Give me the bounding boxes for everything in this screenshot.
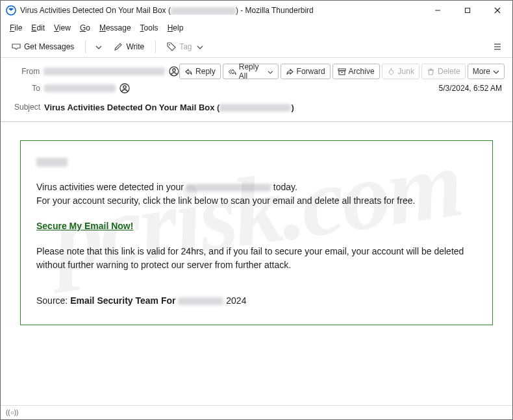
message-content-box: Virus activities were detected in your t… [20,140,493,325]
tag-icon [167,42,176,51]
window-title-prefix: Virus Activities Detected On Your Mail B… [20,6,171,15]
redacted-email-icon [186,184,271,191]
source-year: 2024 [223,295,246,306]
separator [155,40,156,53]
menu-go[interactable]: Go [76,22,94,34]
source-line: Source: Email Security Team For 2024 [36,294,477,308]
svg-point-15 [123,86,126,88]
redacted-domain-icon [178,297,223,305]
to-row: To 5/3/2024, 6:52 AM [8,80,505,97]
get-messages-label: Get Messages [24,42,74,51]
junk-button[interactable]: Junk [382,64,419,79]
body-line-2: For your account security, click the lin… [36,194,477,208]
menu-file[interactable]: File [6,22,26,34]
message-actions: Reply Reply All Forward Archive Junk [179,64,505,79]
svg-point-10 [173,69,175,71]
get-messages-chevron[interactable] [91,38,105,55]
maximize-button[interactable] [453,1,482,20]
forward-icon [286,68,294,76]
contact-icon[interactable] [169,66,179,77]
flame-icon [387,68,395,76]
trash-icon [427,68,435,76]
more-button[interactable]: More [468,64,505,79]
menu-message[interactable]: Message [95,22,135,34]
reply-all-label: Reply All [239,62,265,80]
archive-button[interactable]: Archive [332,64,380,79]
titlebar: Virus Activities Detected On Your Mail B… [1,1,512,20]
connection-status-icon: ((○)) [6,409,18,416]
contact-icon[interactable] [119,83,130,93]
tag-button[interactable]: Tag [161,38,208,55]
svg-point-5 [169,44,170,45]
subject-prefix: Virus Activities Detected On Your Mail B… [44,103,219,112]
menu-help[interactable]: Help [164,22,188,34]
menu-edit[interactable]: Edit [27,22,49,34]
window-controls [423,1,512,20]
source-team: Email Security Team For [70,295,178,306]
separator [85,40,86,53]
timestamp: 5/3/2024, 6:52 AM [439,84,505,93]
chevron-down-icon [268,68,273,75]
body-line-1: Virus activities were detected in your t… [36,180,477,194]
reply-label: Reply [195,67,216,76]
archive-label: Archive [349,67,375,76]
minimize-button[interactable] [423,1,453,20]
forward-button[interactable]: Forward [281,64,331,79]
to-label: To [8,84,44,93]
redacted-email-icon [171,7,236,15]
source-label: Source: [36,295,70,306]
chevron-down-icon [197,43,203,50]
subject-label: Subject [8,103,44,112]
pencil-icon [114,42,123,51]
junk-label: Junk [398,67,414,76]
window-title: Virus Activities Detected On Your Mail B… [20,6,423,15]
more-label: More [473,67,490,76]
archive-icon [338,68,346,76]
subject-text: Virus Activities Detected On Your Mail B… [44,103,294,112]
svg-rect-2 [466,8,470,13]
to-address-redacted [44,84,116,92]
secure-email-link[interactable]: Secure My Email Now! [36,221,133,231]
menubar: File Edit View Go Message Tools Help [1,20,512,36]
toolbar: Get Messages Write Tag [1,36,512,58]
forward-label: Forward [297,67,325,76]
from-row: From Reply Reply All Forward Archive [8,63,505,80]
message-body: Virus activities were detected in your t… [1,122,512,343]
redacted-email-icon [219,104,291,112]
body-text: today. [271,182,297,192]
write-label: Write [126,42,144,51]
message-header: From Reply Reply All Forward Archive [1,58,512,122]
thunderbird-logo-icon [6,5,16,16]
close-button[interactable] [482,1,512,20]
subject-row: Subject Virus Activities Detected On You… [8,97,505,114]
reply-all-button[interactable]: Reply All [223,64,279,79]
window-title-suffix: ) - Mozilla Thunderbird [236,6,314,15]
body-line-3: Please note that this link is valid for … [36,245,477,272]
tag-label: Tag [179,42,192,51]
subject-suffix: ) [291,103,294,112]
delete-label: Delete [438,67,460,76]
menu-view[interactable]: View [50,22,75,34]
write-button[interactable]: Write [108,38,150,55]
reply-button[interactable]: Reply [179,64,221,79]
reply-all-icon [228,68,236,76]
reply-icon [184,68,193,76]
menu-tools[interactable]: Tools [136,22,162,34]
inbox-icon [12,42,21,51]
body-text: Virus activities were detected in your [36,182,186,192]
from-address-redacted [44,68,165,75]
chevron-down-icon [95,43,102,50]
get-messages-button[interactable]: Get Messages [6,38,80,55]
from-label: From [8,67,44,76]
statusbar: ((○)) [1,405,512,419]
delete-button[interactable]: Delete [421,64,466,79]
redacted-greeting [36,158,68,167]
chevron-down-icon [493,68,499,75]
app-menu-button[interactable] [488,38,507,55]
